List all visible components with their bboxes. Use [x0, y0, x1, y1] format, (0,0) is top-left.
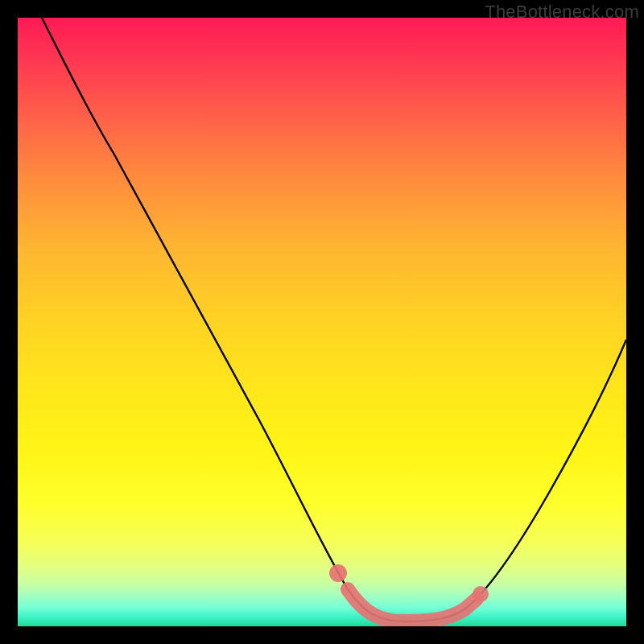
chart-frame	[18, 18, 626, 626]
chart-gradient-background	[18, 18, 626, 626]
